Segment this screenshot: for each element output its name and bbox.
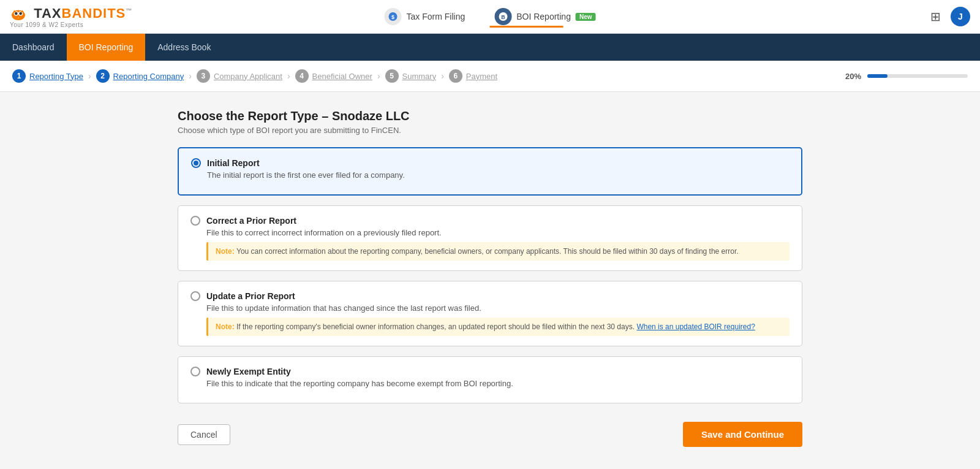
step-2[interactable]: 2 Reporting Company xyxy=(96,69,184,83)
logo: TAXBANDITS™ Your 1099 & W2 Experts xyxy=(10,6,132,28)
option-initial[interactable]: Initial Report The initial report is the… xyxy=(178,147,802,196)
option-update-note: Note: If the reporting company's benefic… xyxy=(206,318,790,336)
nav-boi-label: BOI Reporting xyxy=(516,12,571,21)
option-exempt-desc: File this to indicate that the reporting… xyxy=(206,379,790,388)
note-label-update: Note: xyxy=(216,322,236,331)
logo-sub: Your 1099 & W2 Experts xyxy=(10,21,83,28)
right-nav: ⊞ J xyxy=(930,7,970,26)
step-4-label[interactable]: Beneficial Owner xyxy=(312,72,372,81)
option-correct[interactable]: Correct a Prior Report File this to corr… xyxy=(178,205,802,271)
center-nav: $ Tax Form Filing B BOI Reporting New xyxy=(380,6,601,28)
nav-boi[interactable]: B BOI Reporting New xyxy=(489,6,600,28)
note-text-update: If the reporting company's beneficial ow… xyxy=(236,322,635,331)
nav-boi-reporting[interactable]: BOI Reporting xyxy=(67,34,146,61)
step-5[interactable]: 5 Summary xyxy=(385,69,437,83)
option-update-header: Update a Prior Report xyxy=(190,291,790,301)
step-1[interactable]: 1 Reporting Type xyxy=(12,69,83,83)
svg-text:B: B xyxy=(501,14,505,20)
footer-buttons: Cancel Save and Continue xyxy=(178,422,802,447)
option-correct-desc: File this to correct incorrect informati… xyxy=(206,228,790,237)
grid-icon[interactable]: ⊞ xyxy=(930,9,941,24)
cancel-button[interactable]: Cancel xyxy=(178,424,230,445)
step-6-num: 6 xyxy=(449,69,462,83)
option-exempt-header: Newly Exempt Entity xyxy=(190,367,790,376)
nav-dashboard[interactable]: Dashboard xyxy=(0,34,67,61)
new-badge: New xyxy=(576,13,596,21)
svg-point-3 xyxy=(15,12,18,15)
arrow-1: › xyxy=(88,71,91,81)
logo-tax: TAX xyxy=(34,6,61,21)
option-correct-title: Correct a Prior Report xyxy=(206,216,296,226)
radio-initial[interactable] xyxy=(191,158,201,168)
user-avatar[interactable]: J xyxy=(951,7,970,26)
boi-underline xyxy=(490,26,564,28)
step-4-num: 4 xyxy=(295,69,309,83)
arrow-4: › xyxy=(377,71,380,81)
owl-icon xyxy=(10,7,27,21)
step-6[interactable]: 6 Payment xyxy=(449,69,497,83)
option-exempt-title: Newly Exempt Entity xyxy=(206,367,291,376)
progress-bar-bg xyxy=(867,74,968,78)
option-update[interactable]: Update a Prior Report File this to updat… xyxy=(178,281,802,346)
option-initial-header: Initial Report xyxy=(191,158,789,168)
steps: 1 Reporting Type › 2 Reporting Company ›… xyxy=(12,69,497,83)
svg-text:$: $ xyxy=(391,14,394,20)
steps-bar: 1 Reporting Type › 2 Reporting Company ›… xyxy=(0,61,980,92)
nav-bar: Dashboard BOI Reporting Address Book xyxy=(0,34,980,61)
step-3-num: 3 xyxy=(197,69,210,83)
logo-tm: ™ xyxy=(126,7,132,13)
page-title: Choose the Report Type – Snodaze LLC xyxy=(178,109,802,123)
option-exempt[interactable]: Newly Exempt Entity File this to indicat… xyxy=(178,356,802,403)
step-2-label[interactable]: Reporting Company xyxy=(113,72,184,81)
logo-text: TAXBANDITS™ xyxy=(10,6,132,21)
main-content: Choose the Report Type – Snodaze LLC Cho… xyxy=(153,92,827,464)
option-update-title: Update a Prior Report xyxy=(206,291,295,301)
arrow-5: › xyxy=(441,71,444,81)
arrow-2: › xyxy=(189,71,192,81)
option-initial-title: Initial Report xyxy=(207,158,260,168)
arrow-3: › xyxy=(287,71,290,81)
radio-correct[interactable] xyxy=(190,216,200,226)
logo-bandits: BANDITS xyxy=(62,6,126,21)
nav-tax-filing[interactable]: $ Tax Form Filing xyxy=(380,6,470,28)
progress-area: 20% xyxy=(845,72,968,81)
step-5-label[interactable]: Summary xyxy=(402,72,437,81)
option-update-desc: File this to update information that has… xyxy=(206,303,790,313)
tax-filing-icon: $ xyxy=(385,8,402,25)
save-button[interactable]: Save and Continue xyxy=(683,422,802,447)
option-initial-desc: The initial report is the first one ever… xyxy=(207,170,789,180)
progress-bar-fill xyxy=(867,74,888,78)
step-4[interactable]: 4 Beneficial Owner xyxy=(295,69,372,83)
step-1-num: 1 xyxy=(12,69,26,83)
step-5-num: 5 xyxy=(385,69,399,83)
svg-point-4 xyxy=(19,12,22,15)
note-label-correct: Note: xyxy=(216,247,236,256)
step-6-label[interactable]: Payment xyxy=(466,72,497,81)
radio-update[interactable] xyxy=(190,291,200,301)
step-3[interactable]: 3 Company Applicant xyxy=(197,69,282,83)
step-2-num: 2 xyxy=(96,69,110,83)
nav-address-book[interactable]: Address Book xyxy=(145,34,223,61)
step-3-label[interactable]: Company Applicant xyxy=(214,72,282,81)
boi-icon: B xyxy=(494,8,511,25)
note-link-update[interactable]: When is an updated BOIR required? xyxy=(636,322,755,331)
radio-exempt[interactable] xyxy=(190,367,200,376)
nav-tax-filing-label: Tax Form Filing xyxy=(407,12,466,21)
page-subtitle: Choose which type of BOI report you are … xyxy=(178,126,802,135)
option-correct-header: Correct a Prior Report xyxy=(190,216,790,226)
top-bar: TAXBANDITS™ Your 1099 & W2 Experts $ Tax… xyxy=(0,0,980,34)
progress-label: 20% xyxy=(845,72,861,81)
option-correct-note: Note: You can correct information about … xyxy=(206,242,790,261)
step-1-label[interactable]: Reporting Type xyxy=(29,72,83,81)
note-text-correct: You can correct information about the re… xyxy=(236,247,739,256)
